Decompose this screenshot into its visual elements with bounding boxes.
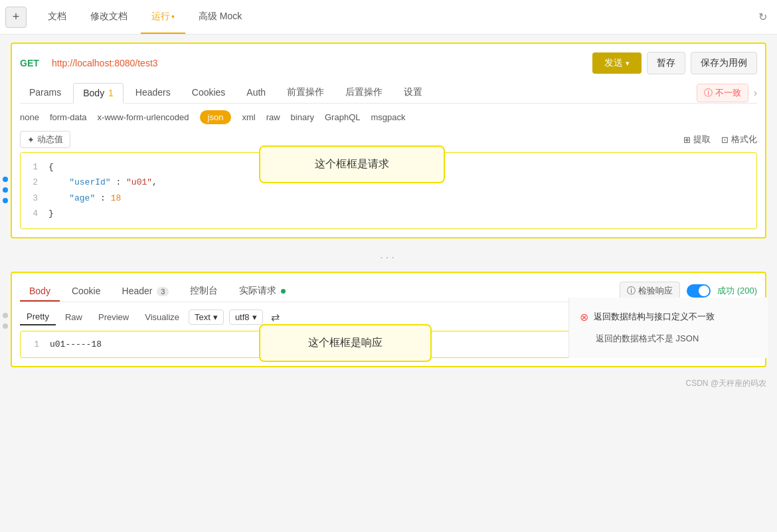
left-dot-3: [3, 198, 8, 203]
url-bar: GET http://localhost:8080/test3 发送 ▾ 暂存 …: [20, 52, 757, 74]
error-icon-1: ⊗: [580, 311, 588, 323]
response-tooltip: 这个框框是响应: [259, 324, 432, 362]
body-type-msgpack[interactable]: msgpack: [371, 112, 405, 122]
format-select[interactable]: Text ▾: [189, 310, 224, 325]
more-icon[interactable]: ›: [754, 87, 757, 99]
save-example-button[interactable]: 保存为用例: [691, 52, 757, 74]
req-tab-body[interactable]: Body 1: [73, 83, 124, 104]
body-type-formdata[interactable]: form-data: [50, 112, 87, 122]
nav-tab-docs[interactable]: 文档: [37, 0, 77, 34]
encoding-select[interactable]: utf8 ▾: [229, 310, 263, 325]
request-panel: GET http://localhost:8080/test3 发送 ▾ 暂存 …: [11, 43, 766, 238]
response-code-area: 1 u01-----18 这个框框是响应 ⊗ 返回数据结构与接口定义不一致 返回…: [20, 331, 757, 358]
dynamic-badge: ✦ 动态值: [20, 131, 70, 148]
request-code-area: 1 { 2 "userId" : "u01", 3 "age" : 18: [20, 152, 757, 229]
pretty-tab[interactable]: Pretty: [20, 309, 56, 325]
code-line-4: 4 }: [27, 206, 750, 221]
nav-tab-mock[interactable]: 高级 Mock: [188, 0, 252, 34]
wrap-icon[interactable]: ⇄: [271, 311, 280, 323]
req-tabs: Params Body 1 Headers Cookies Auth 前置操作 …: [20, 82, 757, 104]
left-dot-1: [3, 177, 8, 182]
body-type-graphql[interactable]: GraphQL: [325, 112, 360, 122]
extract-button[interactable]: ⊞ 提取: [683, 133, 711, 145]
method-badge: GET: [20, 58, 44, 68]
body-types: none form-data x-www-form-urlencoded jso…: [20, 110, 757, 124]
resp-tab-console[interactable]: 控制台: [181, 281, 227, 302]
check-response-toggle[interactable]: [687, 284, 711, 298]
format-button[interactable]: ⊡ 格式化: [721, 133, 757, 145]
save-temp-button[interactable]: 暂存: [647, 52, 685, 74]
inconsistent-badge: ⓘ 不一致: [697, 84, 748, 102]
url-actions: 发送 ▾ 暂存 保存为用例: [592, 52, 757, 74]
req-tab-post[interactable]: 后置操作: [336, 82, 392, 104]
nav-tab-run[interactable]: 运行•: [141, 0, 185, 34]
nav-tabs: 文档 修改文档 运行• 高级 Mock: [37, 0, 252, 34]
req-tab-pre[interactable]: 前置操作: [278, 82, 333, 104]
code-actions: ⊞ 提取 ⊡ 格式化: [683, 133, 757, 145]
visualize-tab[interactable]: Visualize: [138, 310, 186, 325]
divider: ...: [11, 246, 766, 264]
body-type-raw[interactable]: raw: [266, 112, 280, 122]
req-tab-auth[interactable]: Auth: [237, 83, 275, 103]
add-button[interactable]: +: [5, 7, 27, 28]
body-type-urlencoded[interactable]: x-www-form-urlencoded: [98, 112, 189, 122]
code-line-3: 3 "age" : 18: [27, 191, 750, 206]
status-label: 成功 (200): [717, 285, 757, 297]
req-tab-cookies[interactable]: Cookies: [183, 83, 235, 103]
req-tab-settings[interactable]: 设置: [394, 82, 432, 104]
req-tab-params[interactable]: Params: [20, 83, 70, 103]
body-type-xml[interactable]: xml: [242, 112, 255, 122]
refresh-icon[interactable]: ↻: [753, 8, 772, 27]
url-input[interactable]: http://localhost:8080/test3: [52, 58, 584, 68]
raw-tab[interactable]: Raw: [58, 310, 89, 325]
req-tab-headers[interactable]: Headers: [126, 83, 180, 103]
error-item-1: ⊗ 返回数据结构与接口定义不一致: [580, 311, 757, 323]
resp-tab-header[interactable]: Header 3: [113, 282, 179, 302]
resp-left-dot-1: [3, 313, 8, 318]
request-tooltip: 这个框框是请求: [259, 145, 445, 183]
preview-tab[interactable]: Preview: [92, 310, 135, 325]
send-button[interactable]: 发送 ▾: [592, 52, 642, 74]
body-type-json[interactable]: json: [200, 110, 232, 124]
left-dot-2: [3, 187, 8, 193]
right-panel: ⊗ 返回数据结构与接口定义不一致 返回的数据格式不是 JSON: [568, 298, 768, 358]
warning-item-1: 返回的数据格式不是 JSON: [580, 333, 757, 345]
resp-tab-cookie[interactable]: Cookie: [62, 282, 110, 302]
body-type-none[interactable]: none: [20, 112, 39, 122]
resp-tab-body[interactable]: Body: [20, 282, 60, 302]
response-panel: Body Cookie Header 3 控制台 实际请求 ⓘ 检验响应 成功 …: [11, 272, 766, 367]
main-content: GET http://localhost:8080/test3 发送 ▾ 暂存 …: [0, 35, 777, 375]
req-tab-right: ⓘ 不一致 ›: [697, 84, 757, 102]
nav-right: ↻: [753, 8, 772, 27]
resp-left-dots: [3, 313, 8, 329]
top-nav: + 文档 修改文档 运行• 高级 Mock ↻: [0, 0, 777, 35]
left-dots: [3, 177, 8, 203]
watermark: CSDN @天秤座的码农: [0, 375, 777, 392]
body-type-binary[interactable]: binary: [291, 112, 314, 122]
resp-left-dot-2: [3, 323, 8, 329]
resp-tab-actual[interactable]: 实际请求: [230, 281, 295, 302]
nav-tab-edit[interactable]: 修改文档: [80, 0, 138, 34]
